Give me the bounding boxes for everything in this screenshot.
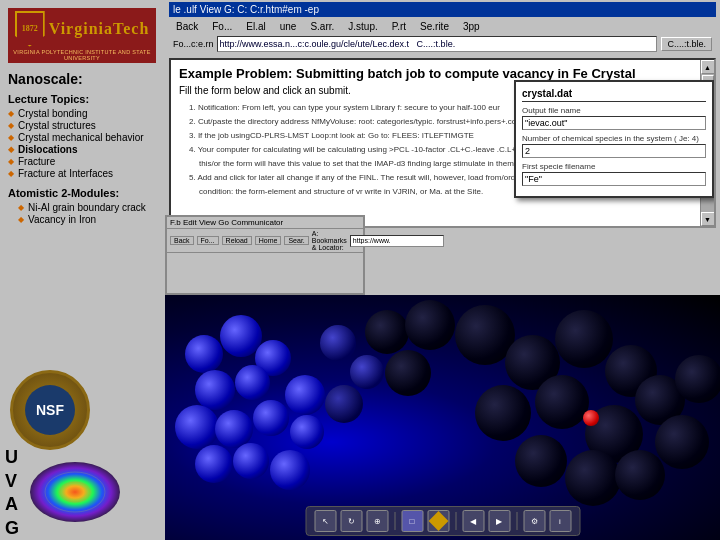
browser-title-text: le .ulf View G: C: C:r.htm#em -ep xyxy=(173,4,319,15)
first-specie-input[interactable] xyxy=(522,172,706,186)
address-label: Fo...c:e.rn xyxy=(173,39,214,49)
atom-9 xyxy=(285,375,325,415)
list-item: ◆ Crystal mechanical behavior xyxy=(8,132,157,143)
vt-logo: 1872 VirginiaTech VIRGINIA POLYTECHNIC I… xyxy=(8,8,156,63)
list-item: ◆ Ni-Al grain boundary crack xyxy=(18,202,157,213)
browser-menubar: Back Fo... El.al une S.arr. J.stup. P.rt… xyxy=(169,19,716,34)
viz-zoom-button[interactable]: ⊕ xyxy=(366,510,388,532)
menu-extra[interactable]: 3pp xyxy=(460,20,483,33)
toolbar-separator xyxy=(394,512,395,530)
viz-settings-button[interactable]: ⚙ xyxy=(523,510,545,532)
go-button[interactable]: C....:t.ble. xyxy=(661,37,712,51)
output-input[interactable] xyxy=(522,116,706,130)
lecture-topics-section: Lecture Topics: ◆ Crystal bonding ◆ Crys… xyxy=(8,93,157,179)
viz-diamond-button[interactable] xyxy=(427,510,449,532)
viz-pointer-button[interactable]: ↖ xyxy=(314,510,336,532)
menu-print[interactable]: P.rt xyxy=(389,20,409,33)
atom-5 xyxy=(235,365,270,400)
list-item: ◆ Vacancy in Iron xyxy=(18,214,157,225)
menu-reload[interactable]: El.al xyxy=(243,20,268,33)
address-bar: Fo...c:e.rn xyxy=(173,36,657,52)
vt-subtitle: VIRGINIA POLYTECHNIC INSTITUTE AND STATE… xyxy=(8,49,156,61)
list-item-dislocations: ◆ Dislocations xyxy=(8,144,157,155)
left-panel: 1872 VirginiaTech VIRGINIA POLYTECHNIC I… xyxy=(0,0,165,540)
browser2-address-input[interactable] xyxy=(350,235,444,247)
browser2-reload[interactable]: Reload xyxy=(222,236,252,245)
species-input[interactable] xyxy=(522,144,706,158)
output-label: Output file name xyxy=(522,106,706,115)
browser2-toolbar: Back Fo... Reload Home Sear. A: Bookmark… xyxy=(167,229,363,253)
atom-22 xyxy=(555,310,613,368)
menu-back[interactable]: Back xyxy=(173,20,201,33)
menu-jstup[interactable]: J.stup. xyxy=(345,20,380,33)
bullet-icon: ◆ xyxy=(8,145,14,154)
visualization-area: ↖ ↻ ⊕ □ ◀ ▶ ⚙ i xyxy=(165,295,720,540)
bullet-icon: ◆ xyxy=(8,121,14,130)
atom-14 xyxy=(320,325,356,361)
svg-point-0 xyxy=(30,462,120,522)
atom-11 xyxy=(195,445,233,483)
letter-u: U xyxy=(5,446,19,469)
viz-background: ↖ ↻ ⊕ □ ◀ ▶ ⚙ i xyxy=(165,295,720,540)
vt-year: 1872 xyxy=(22,24,38,33)
viz-prev-button[interactable]: ◀ xyxy=(462,510,484,532)
nsf-circle: NSF xyxy=(10,370,90,450)
bullet-icon: ◆ xyxy=(8,169,14,178)
menu-forward[interactable]: Fo... xyxy=(209,20,235,33)
atom-15 xyxy=(350,355,384,389)
browser2-addr-label: A: Bookmarks & Locator: xyxy=(312,230,347,251)
colormap-image xyxy=(25,452,125,532)
bullet-icon: ◆ xyxy=(18,215,24,224)
vt-shield-icon: 1872 xyxy=(15,11,45,47)
atom-10 xyxy=(290,415,324,449)
atom-30 xyxy=(615,450,665,500)
nsf-text: NSF xyxy=(36,402,64,418)
viz-rotate-button[interactable]: ↻ xyxy=(340,510,362,532)
atomistic-section: Atomistic 2-Modules: ◆ Ni-Al grain bound… xyxy=(8,187,157,225)
menu-security[interactable]: Se.rite xyxy=(417,20,452,33)
uvag-letters: U V A G xyxy=(5,446,19,540)
atom-32 xyxy=(675,355,720,403)
viz-info-button[interactable]: i xyxy=(549,510,571,532)
nsf-inner: NSF xyxy=(25,385,75,435)
letter-a: A xyxy=(5,493,19,516)
list-item: ◆ Fracture xyxy=(8,156,157,167)
atom-29 xyxy=(565,450,621,506)
scroll-down-button[interactable]: ▼ xyxy=(701,212,715,226)
browser2-forward[interactable]: Fo... xyxy=(197,236,219,245)
browser-chrome: le .ulf View G: C: C:r.htm#em -ep Back F… xyxy=(165,0,720,56)
atom-4 xyxy=(195,370,235,410)
atom-13 xyxy=(270,450,310,490)
browser2-back[interactable]: Back xyxy=(170,236,194,245)
atom-1 xyxy=(185,335,223,373)
address-input[interactable] xyxy=(217,36,658,52)
bullet-icon: ◆ xyxy=(8,133,14,142)
browser-content: Example Problem: Submitting batch job to… xyxy=(169,58,716,228)
list-item: ◆ Fracture at Interfaces xyxy=(8,168,157,179)
viz-select-button[interactable]: □ xyxy=(401,510,423,532)
nsf-logo: NSF xyxy=(10,370,100,460)
scroll-up-button[interactable]: ▲ xyxy=(701,60,715,74)
bullet-icon: ◆ xyxy=(8,157,14,166)
letter-v: V xyxy=(5,470,19,493)
bullet-icon: ◆ xyxy=(8,109,14,118)
atom-18 xyxy=(405,300,455,350)
browser2-search[interactable]: Sear. xyxy=(284,236,308,245)
first-specie-row: First specie filename xyxy=(522,162,706,186)
browser2: F.b Edit View Go Communicator Back Fo...… xyxy=(165,215,365,295)
browser2-titlebar: F.b Edit View Go Communicator xyxy=(167,217,363,229)
menu-home[interactable]: une xyxy=(277,20,300,33)
atom-red-highlight xyxy=(583,410,599,426)
page-title: Example Problem: Submitting batch job to… xyxy=(179,66,706,81)
browser2-menu: F.b Edit View Go Communicator xyxy=(170,218,283,227)
list-item: ◆ Crystal bonding xyxy=(8,108,157,119)
atom-8 xyxy=(253,400,289,436)
bullet-icon: ◆ xyxy=(18,203,24,212)
menu-search[interactable]: S.arr. xyxy=(307,20,337,33)
form-popup: crystal.dat Output file name Number of c… xyxy=(514,80,714,198)
atom-28 xyxy=(515,435,567,487)
browser2-home[interactable]: Home xyxy=(255,236,282,245)
atom-25 xyxy=(535,375,589,429)
atomistic-title: Atomistic 2-Modules: xyxy=(8,187,157,199)
viz-next-button[interactable]: ▶ xyxy=(488,510,510,532)
